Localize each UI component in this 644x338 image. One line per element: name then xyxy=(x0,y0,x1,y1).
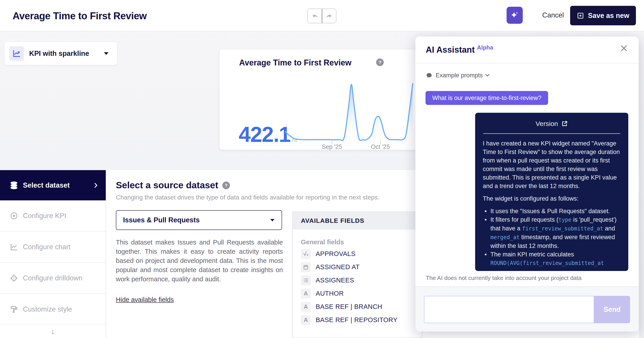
step-help-icon[interactable]: ? xyxy=(222,181,230,189)
save-as-new-label: Save as new xyxy=(588,12,629,20)
sidebar-item-label: Configure KPI xyxy=(23,212,66,220)
widget-type-selector[interactable]: KPI with sparkline xyxy=(4,42,117,65)
field-row[interactable]: A AUTHOR xyxy=(293,287,422,300)
chevron-down-icon xyxy=(104,52,108,55)
available-fields-panel: AVAILABLE FIELDS General fields √x APPRO… xyxy=(292,212,422,338)
step-heading: Select a source dataset ? xyxy=(116,180,230,190)
fields-group-label: General fields xyxy=(301,238,422,246)
sidebar-item-configure-kpi[interactable]: Configure KPI xyxy=(0,200,106,232)
field-row[interactable]: ASSIGNED AT xyxy=(293,260,422,274)
sidebar-item-configure-drilldown[interactable]: Configure drilldown xyxy=(0,263,106,294)
x-tick-label: Sep '25 xyxy=(316,144,348,150)
ai-panel-title: AI AssistantAlpha xyxy=(426,44,493,55)
external-link-icon[interactable] xyxy=(561,120,568,127)
database-icon xyxy=(10,181,18,190)
redo-button[interactable] xyxy=(322,9,336,23)
field-row[interactable]: A BASE REF | BRANCH xyxy=(293,300,422,313)
sidebar-item-configure-chart[interactable]: Configure chart xyxy=(0,232,106,263)
crosshair-icon xyxy=(10,274,18,283)
example-prompts-toggle[interactable]: Example prompts xyxy=(426,72,489,79)
sparkle-icon xyxy=(510,10,520,20)
kpi-sparkline-icon xyxy=(10,46,24,61)
ai-response-config-heading: The widget is configured as follows: xyxy=(483,194,621,203)
redo-icon xyxy=(325,12,333,20)
ai-assistant-panel: AI AssistantAlpha × Example prompts What… xyxy=(416,36,638,332)
page-title: Average Time to First Review xyxy=(12,10,147,21)
send-button[interactable]: Send xyxy=(594,296,630,323)
ai-response-bullets: It uses the "Issues & Pull Requests" dat… xyxy=(483,207,621,267)
target-icon xyxy=(10,211,18,220)
ai-response-bullet: It uses the "Issues & Pull Requests" dat… xyxy=(483,207,621,215)
add-square-icon xyxy=(577,12,584,19)
kpi-number: 422.1 xyxy=(239,122,290,147)
ai-response-intro: I have created a new KPI widget named "A… xyxy=(483,139,621,190)
paint-roller-icon xyxy=(10,305,18,314)
sidebar-item-label: Customize style xyxy=(23,305,72,313)
sparkline-area xyxy=(286,84,413,141)
sparkline-svg xyxy=(284,79,414,146)
sidebar-item-label: Configure drilldown xyxy=(23,274,82,282)
steps-sidebar: Select dataset Configure KPI Configure c… xyxy=(0,170,106,338)
sidebar-item-customize-style[interactable]: Customize style xyxy=(0,294,106,325)
sidebar-scroll-more[interactable]: ↓ xyxy=(0,325,106,338)
ai-response-card: Version I have created a new KPI widget … xyxy=(475,113,628,271)
example-prompts-label: Example prompts xyxy=(436,72,483,79)
dataset-description: This dataset makes Issues and Pull Reque… xyxy=(116,238,283,284)
ai-message-input[interactable] xyxy=(424,296,594,323)
list-icon xyxy=(301,275,311,285)
user-prompt-bubble: What is our average time-to-first-review… xyxy=(426,91,548,105)
ai-response-bullet: The main KPI metric calculates ROUND(AVG… xyxy=(483,250,621,267)
chevron-down-icon xyxy=(485,72,489,76)
text-icon: A xyxy=(301,315,311,325)
text-icon: A xyxy=(301,302,311,312)
undo-redo-group xyxy=(307,8,336,23)
code-token: first_review_submitted_at xyxy=(522,225,603,232)
arrow-down-icon: ↓ xyxy=(51,327,55,336)
code-token: type xyxy=(558,217,572,223)
kpi-sparkline xyxy=(284,79,414,146)
x-tick-label: Oct '25 xyxy=(365,144,396,150)
chart-line-icon xyxy=(10,243,18,251)
available-fields-header: AVAILABLE FIELDS xyxy=(293,212,422,229)
dataset-select-value: Issues & Pull Requests xyxy=(123,216,200,224)
speech-bubble-icon xyxy=(426,72,432,79)
code-token: ROUND(AVG(first_review_submitted_at xyxy=(490,260,604,266)
widget-type-label: KPI with sparkline xyxy=(29,49,89,58)
close-icon[interactable]: × xyxy=(620,41,628,55)
save-as-new-button[interactable]: Save as new xyxy=(570,6,636,25)
code-token: merged_at xyxy=(490,234,520,240)
field-row[interactable]: √x APPROVALS xyxy=(293,247,422,260)
sidebar-item-label: Select dataset xyxy=(23,181,70,189)
text-icon: A xyxy=(301,289,311,299)
step-heading-text: Select a source dataset xyxy=(116,180,218,190)
ai-panel-header: AI AssistantAlpha × xyxy=(416,36,638,63)
ai-assistant-button[interactable] xyxy=(506,7,523,24)
chevron-right-icon xyxy=(92,183,98,188)
undo-icon xyxy=(311,12,319,20)
formula-icon: √x xyxy=(301,249,311,259)
chevron-down-icon xyxy=(270,219,274,221)
cancel-button[interactable]: Cancel xyxy=(536,9,570,21)
kpi-help-icon[interactable]: ? xyxy=(376,58,384,66)
sidebar-item-label: Configure chart xyxy=(23,243,70,251)
widget-editor-page: Average Time to First Review Cancel Save… xyxy=(0,0,644,338)
calendar-icon xyxy=(301,262,311,272)
step-subtext: Changing the dataset drives the type of … xyxy=(116,194,380,201)
undo-button[interactable] xyxy=(308,9,322,23)
sidebar-item-select-dataset[interactable]: Select dataset xyxy=(0,170,106,200)
alpha-badge: Alpha xyxy=(477,44,493,51)
ai-response-bullet: It filters for pull requests (type is 'p… xyxy=(483,215,621,250)
dataset-select[interactable]: Issues & Pull Requests xyxy=(116,210,282,230)
divider xyxy=(483,133,620,134)
field-row[interactable]: A BASE REF | REPOSITORY xyxy=(293,313,422,327)
ai-panel-footer: Send xyxy=(416,286,638,332)
top-header: Average Time to First Review Cancel Save… xyxy=(0,0,644,31)
hide-available-fields-link[interactable]: Hide available fields xyxy=(116,296,174,304)
ai-response-title: Version xyxy=(483,120,621,128)
ai-disclaimer: The AI does not currently take into acco… xyxy=(426,275,582,282)
field-row[interactable]: ASSIGNEES xyxy=(293,274,422,287)
kpi-card-title: Average Time to First Review xyxy=(239,58,352,67)
